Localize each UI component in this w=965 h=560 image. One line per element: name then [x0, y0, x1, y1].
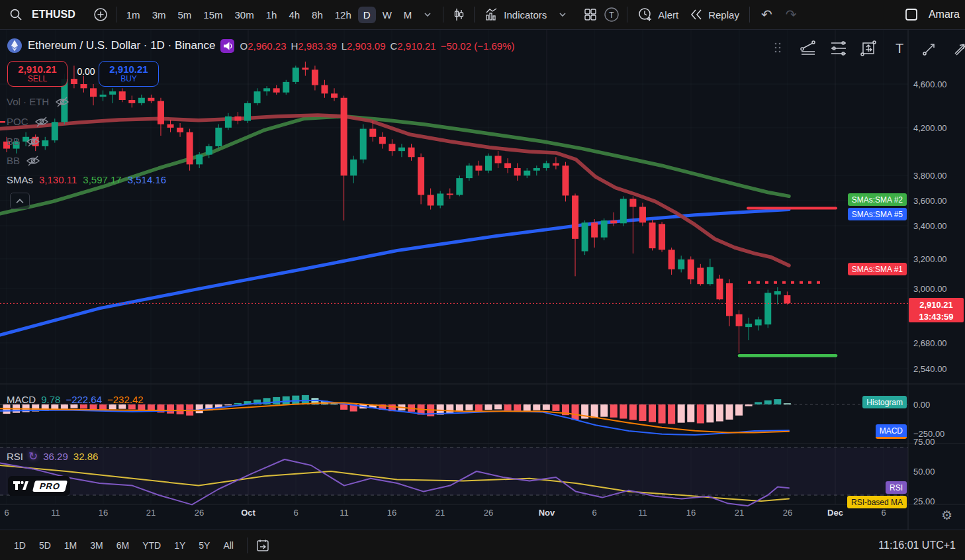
- indicators-chevron-icon[interactable]: [552, 4, 573, 25]
- buy-button[interactable]: 2,910.21BUY: [99, 61, 159, 87]
- sma5-axis-badge[interactable]: SMAs:SMA #5: [848, 208, 907, 220]
- timeframe-D[interactable]: D: [358, 7, 376, 23]
- axis-settings-gear-icon[interactable]: ⚙: [941, 508, 952, 522]
- user-name[interactable]: Amara: [929, 9, 960, 21]
- profile-square-icon[interactable]: [901, 4, 922, 25]
- tradingview-logo[interactable]: PRO: [8, 476, 70, 496]
- price-axis-label[interactable]: 4,600.00: [913, 79, 947, 89]
- time-axis-label[interactable]: 16: [387, 508, 396, 518]
- time-axis-label[interactable]: 11: [51, 508, 60, 518]
- price-axis-label[interactable]: 2,680.00: [913, 338, 947, 348]
- sma1-axis-badge[interactable]: SMAs:SMA #1: [848, 263, 907, 275]
- redo-button[interactable]: ↷: [779, 7, 804, 23]
- timeframe-30m[interactable]: 30m: [230, 7, 259, 23]
- rsi-axis-label[interactable]: 75.00: [913, 437, 935, 447]
- timeframe-4h[interactable]: 4h: [283, 7, 305, 23]
- eye-off-icon[interactable]: [26, 136, 40, 147]
- sma2-axis-badge[interactable]: SMAs:SMA #2: [848, 193, 907, 206]
- sell-button[interactable]: 2,910.21SELL: [7, 61, 68, 87]
- time-axis-label[interactable]: 11: [638, 508, 647, 518]
- range-5D[interactable]: 5D: [34, 537, 56, 553]
- alert-button[interactable]: Alert: [632, 4, 684, 25]
- rsi-legend-row[interactable]: RSI ↻ 36.29 32.86: [7, 449, 98, 463]
- time-axis-label[interactable]: 26: [783, 508, 792, 518]
- macd-legend-row[interactable]: MACD 9.78 −222.64 −232.42: [7, 394, 144, 405]
- layout-grid-icon[interactable]: [580, 4, 601, 25]
- range-3M[interactable]: 3M: [85, 537, 107, 553]
- time-axis-label[interactable]: 6: [592, 508, 596, 518]
- time-axis-label[interactable]: 16: [686, 508, 696, 518]
- range-All[interactable]: All: [218, 537, 238, 553]
- indicator-row-voleth[interactable]: Vol · ETH: [7, 96, 69, 107]
- smas-legend-row[interactable]: SMAs 3,130.11 3,597.17 3,514.16: [7, 174, 166, 185]
- chart-area[interactable]: 4,600.004,200.003,800.003,600.003,400.00…: [0, 30, 965, 530]
- price-axis-label[interactable]: 3,400.00: [913, 221, 947, 231]
- replay-button[interactable]: Replay: [684, 4, 745, 25]
- time-axis-label[interactable]: Dec: [827, 508, 843, 518]
- range-5Y[interactable]: 5Y: [194, 537, 214, 553]
- eye-off-icon[interactable]: [55, 97, 69, 107]
- indicator-row-bb[interactable]: BB: [7, 155, 40, 166]
- range-1D[interactable]: 1D: [9, 537, 30, 553]
- chart-canvas[interactable]: 4,600.004,200.003,800.003,600.003,400.00…: [0, 30, 965, 530]
- chart-type-candles-icon[interactable]: [448, 4, 469, 25]
- rsi-axis-badge[interactable]: RSI: [886, 481, 907, 494]
- price-axis-label[interactable]: 4,200.00: [913, 123, 947, 133]
- symbol-title[interactable]: Ethereum / U.S. Dollar · 1D · Binance: [28, 39, 215, 52]
- indicators-button[interactable]: Indicators: [479, 4, 552, 25]
- compare-add-icon[interactable]: [90, 4, 111, 25]
- server-clock[interactable]: 11:16:01 UTC+1: [878, 539, 956, 551]
- indicator-row-bb[interactable]: BB: [7, 136, 40, 147]
- timeframe-1m[interactable]: 1m: [121, 7, 146, 23]
- range-6M[interactable]: 6M: [112, 537, 134, 553]
- rsi-ma-axis-badge[interactable]: RSI-based MA: [847, 496, 907, 508]
- price-axis-label[interactable]: 3,000.00: [913, 284, 947, 294]
- time-axis-label[interactable]: 26: [484, 508, 493, 518]
- go-to-date-icon[interactable]: [252, 535, 273, 556]
- rsi-loop-icon[interactable]: ↻: [28, 449, 38, 463]
- range-1Y[interactable]: 1Y: [169, 537, 190, 553]
- trend-arrow-tool-icon[interactable]: [919, 37, 941, 59]
- timeframe-W[interactable]: W: [377, 7, 397, 23]
- time-axis-label[interactable]: 21: [735, 508, 744, 518]
- timeframe-M[interactable]: M: [398, 7, 418, 23]
- macd-axis-badge[interactable]: MACD: [876, 424, 907, 439]
- macd-axis-label[interactable]: 0.00: [913, 400, 930, 410]
- range-YTD[interactable]: YTD: [138, 537, 165, 553]
- time-axis-label[interactable]: 16: [99, 508, 108, 518]
- undo-button[interactable]: ↶: [755, 7, 779, 23]
- price-axis-label[interactable]: 3,600.00: [913, 196, 947, 206]
- time-axis-label[interactable]: 11: [340, 508, 349, 518]
- indicator-row-poc[interactable]: POC: [7, 116, 49, 127]
- timeframe-3m[interactable]: 3m: [147, 7, 171, 23]
- time-axis-label[interactable]: 6: [293, 508, 298, 518]
- symbol-search-icon[interactable]: [5, 4, 26, 25]
- price-axis-label[interactable]: 3,200.00: [913, 254, 947, 264]
- symbol-search-button[interactable]: ETHUSD: [28, 9, 79, 21]
- timeframe-1h[interactable]: 1h: [261, 7, 283, 23]
- rsi-axis-label[interactable]: 50.00: [913, 467, 935, 477]
- timeframe-12h[interactable]: 12h: [330, 7, 357, 23]
- text-tool-icon[interactable]: T: [888, 37, 910, 59]
- price-axis-label[interactable]: 3,800.00: [913, 171, 947, 181]
- time-axis-label[interactable]: Nov: [539, 508, 555, 518]
- eye-off-icon[interactable]: [26, 156, 40, 166]
- time-axis-label[interactable]: 21: [436, 508, 445, 518]
- time-axis-label[interactable]: 6: [881, 508, 886, 518]
- arrow-marker-tool-icon[interactable]: [949, 37, 965, 59]
- price-axis-label[interactable]: 2,540.00: [913, 364, 947, 374]
- ideas-megaphone-icon[interactable]: [220, 39, 234, 53]
- timeframe-chevron-icon[interactable]: [417, 4, 438, 25]
- trend-lines-tool-icon[interactable]: [797, 37, 819, 59]
- rsi-axis-label[interactable]: 25.00: [913, 496, 935, 506]
- timeframe-15m[interactable]: 15m: [198, 7, 228, 23]
- trading-panel-icon[interactable]: T: [601, 4, 622, 25]
- time-axis-label[interactable]: 6: [4, 508, 9, 518]
- range-1M[interactable]: 1M: [60, 537, 81, 553]
- projection-tool-icon[interactable]: [858, 37, 880, 59]
- legend-collapse-button[interactable]: [10, 193, 30, 209]
- timeframe-8h[interactable]: 8h: [306, 7, 328, 23]
- time-axis-label[interactable]: Oct: [241, 508, 255, 518]
- time-axis-label[interactable]: 26: [195, 508, 204, 518]
- time-axis-label[interactable]: 21: [146, 508, 156, 518]
